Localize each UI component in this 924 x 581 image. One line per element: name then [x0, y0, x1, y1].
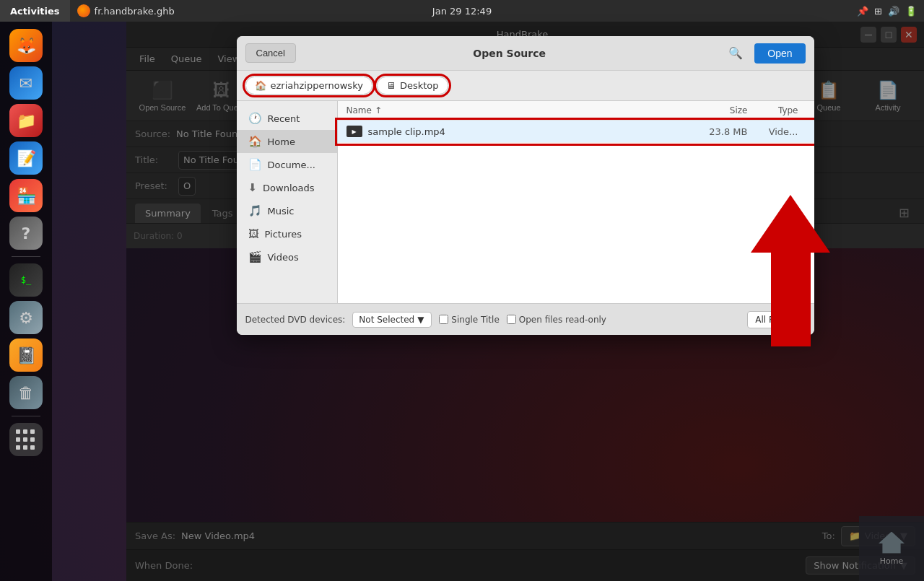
nav-documents[interactable]: 📄 Docume...	[237, 153, 337, 176]
bookmark-desktop-label: Desktop	[400, 80, 439, 91]
sound-icon: 🔊	[888, 6, 899, 17]
activities-button[interactable]: Activities	[0, 0, 70, 22]
open-source-dialog: Cancel Open Source 🔍 Open 🏠 ezriahzipper…	[237, 36, 814, 335]
open-readonly-check[interactable]	[507, 315, 516, 324]
search-button[interactable]: 🔍	[723, 43, 749, 63]
dock-icon-trash[interactable]: 🗑	[9, 376, 43, 409]
single-title-label: Single Title	[451, 315, 499, 325]
nav-music-label: Music	[268, 206, 295, 217]
dvd-arrow: ▼	[417, 315, 424, 325]
dock-icon-apps[interactable]	[9, 423, 43, 456]
all-files-select[interactable]: All Files ▼	[747, 311, 805, 328]
all-files-arrow: ▼	[790, 315, 797, 325]
dvd-label: Detected DVD devices:	[245, 315, 346, 325]
type-column-header[interactable]: Type	[748, 105, 806, 115]
file-size-cell: 23.8 MB	[683, 126, 748, 137]
dock-icon-notes[interactable]: 📓	[9, 338, 43, 372]
videos-icon: 🎬	[248, 250, 262, 263]
sort-indicator: ↑	[375, 105, 382, 115]
file-area: Name ↑ Size Type ▶ sample clip.mp4	[338, 101, 814, 303]
desktop-icon: 🖥	[386, 80, 396, 91]
all-files-label: All Files	[755, 315, 788, 325]
modal-overlay: Cancel Open Source 🔍 Open 🏠 ezriahzipper…	[126, 22, 924, 581]
file-type-cell: Vide...	[748, 126, 806, 137]
modal-header: Cancel Open Source 🔍 Open	[237, 36, 814, 71]
dock-icon-writer[interactable]: 📝	[9, 141, 43, 175]
recent-icon: 🕐	[248, 112, 262, 125]
dock-icon-files[interactable]: 📁	[9, 104, 43, 137]
nav-home[interactable]: 🏠 Home	[237, 130, 337, 153]
bookmarks-bar: 🏠 ezriahzippernowsky 🖥 Desktop	[237, 71, 814, 101]
documents-icon: 📄	[248, 158, 262, 171]
home-icon: 🏠	[255, 80, 266, 91]
search-icon: 🔍	[728, 47, 743, 59]
dock-icon-help[interactable]: ?	[9, 217, 43, 250]
nav-pictures[interactable]: 🖼 Pictures	[237, 222, 337, 245]
dock-icon-settings[interactable]: ⚙	[9, 301, 43, 334]
size-column-header[interactable]: Size	[683, 105, 748, 115]
single-title-check[interactable]	[439, 315, 448, 324]
name-header-label: Name	[346, 105, 372, 115]
network-icon: ⊞	[874, 6, 882, 17]
bookmark-desktop[interactable]: 🖥 Desktop	[377, 77, 448, 95]
single-title-checkbox[interactable]: Single Title	[439, 315, 499, 325]
nav-documents-label: Docume...	[268, 160, 315, 170]
nav-downloads-label: Downloads	[263, 183, 314, 193]
modal-title: Open Source	[302, 48, 717, 59]
dock-divider-2	[12, 416, 40, 416]
nav-recent-label: Recent	[268, 113, 300, 124]
downloads-icon: ⬇	[248, 181, 258, 194]
modal-sidebar: 🕐 Recent 🏠 Home 📄 Docume... ⬇ Downloads …	[237, 101, 338, 303]
modal-footer: Detected DVD devices: Not Selected ▼ Sin…	[237, 303, 814, 335]
cancel-button[interactable]: Cancel	[245, 43, 296, 63]
app-name-label: fr.handbrake.ghb	[95, 6, 175, 17]
dock-icon-email[interactable]: ✉	[9, 66, 43, 100]
pictures-icon: 🖼	[248, 227, 259, 240]
nav-pictures-label: Pictures	[265, 229, 302, 240]
dock-icon-terminal[interactable]: $_	[9, 263, 43, 297]
nav-home-label: Home	[268, 136, 295, 147]
file-list-header: Name ↑ Size Type	[338, 101, 814, 121]
home-nav-icon: 🏠	[248, 135, 262, 148]
modal-body: 🕐 Recent 🏠 Home 📄 Docume... ⬇ Downloads …	[237, 101, 814, 303]
dock-divider	[12, 256, 40, 257]
open-button[interactable]: Open	[754, 43, 805, 64]
file-name-label: sample clip.mp4	[368, 126, 445, 137]
pin-icon: 📌	[857, 6, 868, 17]
bookmark-user[interactable]: 🏠 ezriahzippernowsky	[245, 77, 372, 95]
top-bar: Activities fr.handbrake.ghb Jan 29 12:49…	[0, 0, 924, 22]
video-file-icon: ▶	[346, 126, 362, 137]
file-row-sample-clip[interactable]: ▶ sample clip.mp4 23.8 MB Vide...	[338, 121, 814, 143]
nav-music[interactable]: 🎵 Music	[237, 199, 337, 222]
nav-videos[interactable]: 🎬 Videos	[237, 245, 337, 268]
dvd-value: Not Selected	[359, 315, 414, 325]
nav-videos-label: Videos	[268, 252, 299, 263]
dock: 🦊 ✉ 📁 📝 🏪 ? $_ ⚙ 📓 🗑	[0, 22, 52, 581]
name-column-header[interactable]: Name ↑	[346, 105, 683, 115]
music-icon: 🎵	[248, 204, 262, 217]
nav-recent[interactable]: 🕐 Recent	[237, 107, 337, 130]
open-readonly-label: Open files read-only	[519, 315, 606, 325]
bookmark-user-label: ezriahzippernowsky	[271, 80, 363, 91]
battery-icon: 🔋	[905, 6, 917, 17]
dvd-select[interactable]: Not Selected ▼	[352, 312, 432, 328]
system-tray: 📌 ⊞ 🔊 🔋	[857, 6, 924, 17]
app-icon	[77, 4, 90, 17]
nav-downloads[interactable]: ⬇ Downloads	[237, 176, 337, 199]
clock: Jan 29 12:49	[432, 6, 492, 17]
app-indicator: fr.handbrake.ghb	[70, 4, 182, 17]
dock-icon-firefox[interactable]: 🦊	[9, 29, 43, 62]
open-readonly-checkbox[interactable]: Open files read-only	[507, 315, 606, 325]
dock-icon-store[interactable]: 🏪	[9, 179, 43, 212]
file-name-cell: ▶ sample clip.mp4	[346, 126, 683, 137]
